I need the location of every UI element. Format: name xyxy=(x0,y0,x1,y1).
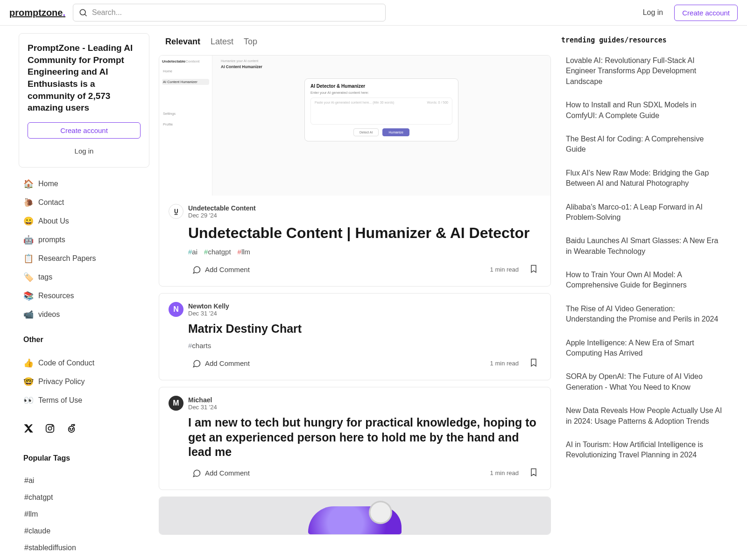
other-heading: Other xyxy=(19,331,149,347)
post-author[interactable]: Michael xyxy=(188,396,217,404)
post-tag-chatgpt[interactable]: #chatgpt xyxy=(204,248,231,256)
add-comment-button[interactable]: Add Comment xyxy=(188,262,254,277)
add-comment-button[interactable]: Add Comment xyxy=(188,356,254,371)
create-account-button[interactable]: Create account xyxy=(674,5,738,21)
cover-panel-buttons: Detect AI Humanize xyxy=(310,128,452,136)
trending-item[interactable]: AI in Tourism: How Artificial Intelligen… xyxy=(560,433,728,467)
prompts-icon: 🤖 xyxy=(23,235,34,245)
post-tags: #ai #chatgpt #llm xyxy=(188,248,541,256)
site-logo[interactable]: promptzone. xyxy=(9,7,65,18)
nav-privacy[interactable]: 🤓Privacy Policy xyxy=(19,373,149,391)
post-footer: Add Comment 1 min read xyxy=(188,465,541,481)
header-actions: Log in Create account xyxy=(638,5,738,21)
comment-label: Add Comment xyxy=(205,469,250,477)
cover-sidebar: UndetectableContent Home AI Content Huma… xyxy=(159,56,212,196)
bookmark-button[interactable] xyxy=(526,261,541,278)
search-input[interactable] xyxy=(73,4,386,21)
add-comment-button[interactable]: Add Comment xyxy=(188,466,254,481)
tag-link[interactable]: #ai xyxy=(19,473,149,489)
cover-brand-b: Content xyxy=(185,59,199,63)
post-meta: U̲ Undetectable Content Dec 29 '24 xyxy=(169,204,541,219)
tag-link[interactable]: #claude xyxy=(19,523,149,539)
tag-link[interactable]: #llm xyxy=(19,506,149,522)
other-nav: 👍Code of Conduct 🤓Privacy Policy 👀Terms … xyxy=(19,354,149,409)
cover-nav-profile: Profile xyxy=(162,121,209,127)
nav-videos[interactable]: 📹videos xyxy=(19,306,149,323)
conduct-icon: 👍 xyxy=(23,358,34,368)
nav-contact[interactable]: 🐌Contact xyxy=(19,194,149,211)
trending-item[interactable]: SORA by OpenAI: The Future of AI Video G… xyxy=(560,365,728,399)
trending-item[interactable]: The Best AI for Coding: A Comprehensive … xyxy=(560,127,728,161)
nav-terms[interactable]: 👀Terms of Use xyxy=(19,392,149,409)
tab-top[interactable]: Top xyxy=(243,35,258,49)
nav-conduct[interactable]: 👍Code of Conduct xyxy=(19,354,149,372)
cover-crumb: Humanize your AI content xyxy=(221,59,542,63)
nav-about[interactable]: 😀About Us xyxy=(19,212,149,230)
post-title[interactable]: I am new to tech but hungry for practica… xyxy=(188,415,541,459)
trending-item[interactable]: Flux AI's New Raw Mode: Bridging the Gap… xyxy=(560,161,728,196)
post-footer: Add Comment 1 min read xyxy=(188,355,541,371)
social-reddit[interactable] xyxy=(66,423,77,435)
comment-label: Add Comment xyxy=(205,359,250,367)
post-cover-image[interactable] xyxy=(159,497,550,534)
avatar[interactable]: N xyxy=(169,302,183,317)
post-tag-ai[interactable]: #ai xyxy=(188,248,197,256)
trending-item[interactable]: How to Install and Run SDXL Models in Co… xyxy=(560,93,728,127)
nav-home[interactable]: 🏠Home xyxy=(19,175,149,193)
nav-research[interactable]: 📋Research Papers xyxy=(19,250,149,267)
post-meta-col: Michael Dec 31 '24 xyxy=(188,396,217,411)
svg-point-7 xyxy=(72,428,73,429)
nav-tags[interactable]: 🏷️tags xyxy=(19,268,149,286)
social-x[interactable] xyxy=(23,423,34,435)
nav-prompts[interactable]: 🤖prompts xyxy=(19,231,149,249)
nav-label: videos xyxy=(38,310,60,319)
trending-item[interactable]: How to Train Your Own AI Model: A Compre… xyxy=(560,263,728,297)
post-tag-charts[interactable]: #charts xyxy=(188,342,211,350)
read-time: 1 min read xyxy=(490,469,519,476)
trending-item[interactable]: The Rise of AI Video Generation: Underst… xyxy=(560,297,728,331)
post-cover-image[interactable]: UndetectableContent Home AI Content Huma… xyxy=(159,56,550,196)
post-title[interactable]: Undetectable Content | Humanizer & AI De… xyxy=(188,224,541,242)
post-meta: M Michael Dec 31 '24 xyxy=(169,396,541,411)
contact-icon: 🐌 xyxy=(23,197,34,208)
post-card: M Michael Dec 31 '24 I am new to tech bu… xyxy=(159,387,551,490)
about-icon: 😀 xyxy=(23,216,34,226)
nav-resources[interactable]: 📚Resources xyxy=(19,287,149,305)
cover-nav-home: Home xyxy=(162,68,209,74)
avatar[interactable]: U̲ xyxy=(169,204,183,219)
read-time: 1 min read xyxy=(490,360,519,367)
logo-text: promptzone xyxy=(9,7,63,18)
post-date: Dec 31 '24 xyxy=(188,310,229,317)
sidebar-create-account-button[interactable]: Create account xyxy=(28,122,141,139)
trending-item[interactable]: Lovable AI: Revolutionary Full-Stack AI … xyxy=(560,49,728,93)
svg-point-6 xyxy=(70,428,70,429)
bookmark-button[interactable] xyxy=(526,355,541,371)
avatar[interactable]: M xyxy=(169,396,183,411)
post-body: M Michael Dec 31 '24 I am new to tech bu… xyxy=(159,387,550,490)
tab-latest[interactable]: Latest xyxy=(210,35,234,49)
trending-item[interactable]: Baidu Launches AI Smart Glasses: A New E… xyxy=(560,229,728,263)
site-header: promptzone. Log in Create account xyxy=(0,0,747,26)
bookmark-button[interactable] xyxy=(526,465,541,481)
post-author[interactable]: Undetectable Content xyxy=(188,204,256,212)
post-author[interactable]: Newton Kelly xyxy=(188,302,229,310)
tab-relevant[interactable]: Relevant xyxy=(164,35,201,49)
tag-link[interactable]: #chatgpt xyxy=(19,490,149,505)
post-body: N Newton Kelly Dec 31 '24 Matrix Destiny… xyxy=(159,294,550,380)
nav-label: Privacy Policy xyxy=(38,378,85,386)
post-card: UndetectableContent Home AI Content Huma… xyxy=(159,55,551,287)
cover-panel-textarea: Paste your AI-generated content here... … xyxy=(310,98,452,125)
primary-nav: 🏠Home 🐌Contact 😀About Us 🤖prompts 📋Resea… xyxy=(19,175,149,323)
trending-item[interactable]: Alibaba's Marco-o1: A Leap Forward in AI… xyxy=(560,196,728,230)
social-instagram[interactable] xyxy=(45,423,55,435)
trending-item[interactable]: Apple Intelligence: A New Era of Smart C… xyxy=(560,331,728,365)
videos-icon: 📹 xyxy=(23,309,34,320)
post-tag-llm[interactable]: #llm xyxy=(238,248,251,256)
nav-label: Code of Conduct xyxy=(38,359,94,367)
cover-panel-title: AI Detector & Humanizer xyxy=(310,84,452,89)
tag-link[interactable]: #stablediffusion xyxy=(19,540,149,556)
post-title[interactable]: Matrix Destiny Chart xyxy=(188,322,541,336)
login-link[interactable]: Log in xyxy=(638,5,668,21)
sidebar-login-button[interactable]: Log in xyxy=(28,143,141,159)
trending-item[interactable]: New Data Reveals How People Actually Use… xyxy=(560,399,728,433)
